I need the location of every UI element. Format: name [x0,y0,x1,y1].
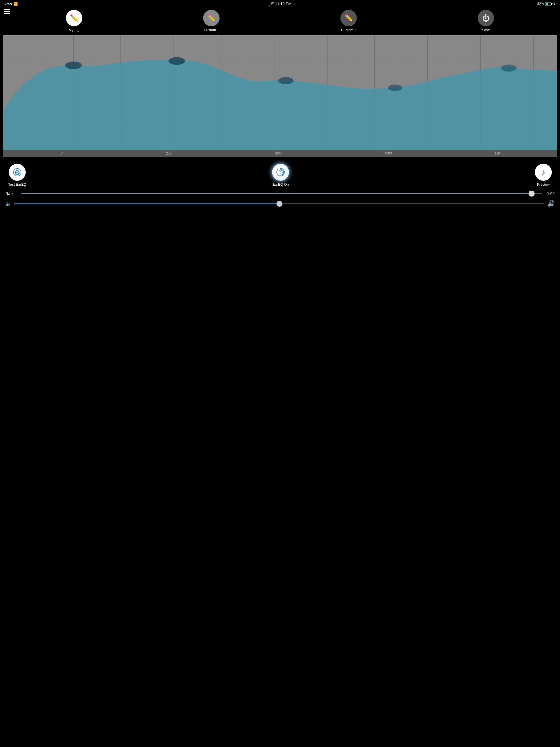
status-right: 52% ⚙ [537,2,556,6]
ratio-slider-wrapper [21,191,542,196]
volume-low-icon: 🔈 [5,201,11,207]
pencil-icon-myeq: ✏️ [70,14,78,22]
time-label: 11:19 PM [275,2,291,6]
nav-item-custom1[interactable]: ✏️ Custom 1 [203,10,220,32]
power-icon: ⏻ [482,14,490,23]
freq-label-1000: 1000 [274,152,282,155]
volume-slider-wrapper [14,201,544,206]
custom2-label: Custom 2 [341,28,356,32]
eq-chart[interactable] [3,35,557,150]
battery-icon [545,2,551,5]
freq-labels-row: 64 250 1000 4000 12K [3,150,557,157]
ratio-slider-row: Ratio: 1.00 [5,188,555,199]
wifi-icon: 📶 [14,2,18,6]
bluetooth-icon: ⚙ [552,2,556,6]
freq-label-250: 250 [166,152,172,155]
eq-dot-1[interactable] [65,61,82,69]
eareq-on-button[interactable]: EarEQ On [272,164,289,186]
myeq-icon-circle: ✏️ [66,10,82,26]
test-eareq-label: Test EarEQ [8,182,26,186]
hamburger-line-3 [4,13,10,14]
test-eareq-icon-circle [9,164,26,181]
preview-label: Preview [537,182,550,186]
ratio-slider-fill [21,193,532,194]
hamburger-menu[interactable] [4,9,10,14]
myeq-label: My EQ [69,28,80,32]
eareq-on-label: EarEQ On [272,182,289,186]
freq-label-4000: 4000 [384,152,392,155]
battery-percent: 52% [537,2,544,6]
battery-fill [545,3,548,5]
pencil-icon-custom1: ✏️ [207,14,215,22]
custom2-icon-circle: ✏️ [340,10,357,26]
eq-chart-svg [3,35,557,150]
save-icon-circle: ⏻ [478,10,494,26]
preview-button[interactable]: ♪ Preview [535,164,552,186]
volume-high-icon: 🔊 [547,200,555,207]
custom1-icon-circle: ✏️ [203,10,220,26]
preview-icon-circle: ♪ [535,164,552,181]
pencil-icon-custom2: ✏️ [345,14,353,22]
music-note-icon: ♪ [541,168,545,177]
ratio-value: 1.00 [545,191,555,196]
freq-label-64: 64 [59,152,63,155]
status-left: iPad 📶 [4,2,18,6]
ratio-slider-track [21,193,542,194]
nav-item-myeq[interactable]: ✏️ My EQ [66,10,82,32]
custom1-label: Custom 1 [204,28,219,32]
eq-dot-5[interactable] [501,65,516,72]
eq-dot-3[interactable] [278,77,294,84]
test-eareq-button[interactable]: Test EarEQ [8,164,26,186]
top-nav: ✏️ My EQ ✏️ Custom 1 ✏️ Custom 2 ⏻ Save [0,8,560,35]
volume-slider-track [14,203,544,204]
volume-slider-row: 🔈 🔊 [5,199,555,209]
volume-slider-fill [14,203,279,204]
status-center: 🎤 11:19 PM [269,1,291,6]
volume-slider-thumb[interactable] [276,201,282,207]
ratio-slider-thumb[interactable] [529,190,535,197]
nav-item-custom2[interactable]: ✏️ Custom 2 [340,10,357,32]
hamburger-line-1 [4,9,10,10]
nav-item-save[interactable]: ⏻ Save [478,10,494,32]
status-bar: iPad 📶 🎤 11:19 PM 52% ⚙ [0,0,560,8]
bottom-controls: Test EarEQ EarEQ On ♪ Preview [0,157,560,214]
mic-icon: 🎤 [269,1,274,6]
ratio-label: Ratio: [5,191,19,196]
device-label: iPad [4,2,12,6]
gear-check-icon [13,168,22,177]
freq-label-12k: 12K [495,152,501,155]
eq-dot-2[interactable] [169,57,185,65]
hamburger-line-2 [4,11,10,12]
eq-dot-4[interactable] [388,84,402,91]
save-label: Save [482,28,490,32]
eareq-logo-icon [275,166,286,178]
bottom-icons-row: Test EarEQ EarEQ On ♪ Preview [5,161,555,188]
eareq-on-icon-circle [272,164,289,181]
